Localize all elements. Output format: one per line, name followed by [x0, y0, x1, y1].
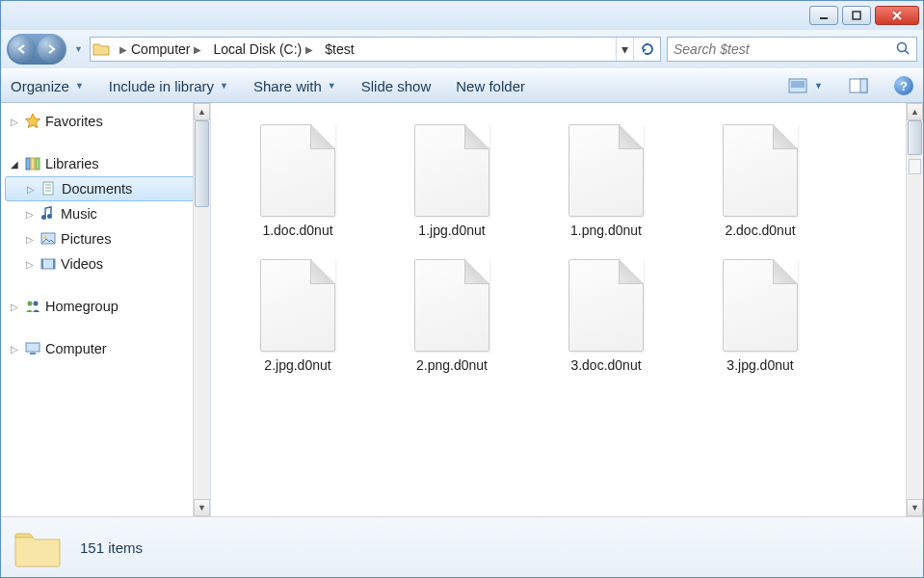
svg-rect-9: [36, 158, 40, 170]
address-bar[interactable]: ▶Computer▶ Local Disk (C:)▶ $test ▾: [90, 37, 661, 62]
new-folder-button[interactable]: New folder: [456, 78, 525, 94]
expand-icon[interactable]: ▷: [9, 302, 20, 312]
documents-icon: [40, 180, 58, 197]
file-icon: [568, 259, 644, 352]
sidebar-scrollbar[interactable]: ▲ ▼: [193, 103, 210, 516]
scroll-up-button[interactable]: ▲: [907, 103, 923, 120]
window-titlebar: [1, 1, 923, 30]
scroll-up-button[interactable]: ▲: [194, 103, 210, 120]
expand-icon[interactable]: ▷: [25, 184, 37, 195]
file-content-area: 1.doc.d0nut1.jpg.d0nut1.png.d0nut2.doc.d…: [211, 103, 923, 516]
file-item[interactable]: 2.doc.d0nut: [693, 118, 828, 244]
refresh-button[interactable]: [633, 38, 660, 61]
file-label: 3.doc.d0nut: [570, 357, 641, 373]
sidebar-item-documents[interactable]: ▷ Documents: [5, 176, 206, 201]
svg-rect-4: [791, 81, 805, 88]
address-dropdown[interactable]: ▾: [616, 38, 633, 61]
svg-rect-20: [26, 343, 40, 352]
nav-history-dropdown[interactable]: ▼: [72, 44, 84, 54]
file-item[interactable]: 2.png.d0nut: [384, 253, 519, 379]
libraries-icon: [24, 155, 41, 172]
scroll-down-button[interactable]: ▼: [907, 499, 923, 516]
file-icon: [414, 259, 489, 352]
sidebar-item-computer[interactable]: ▷ Computer: [1, 336, 210, 361]
expand-icon[interactable]: ▷: [24, 234, 36, 245]
scroll-down-button[interactable]: ▼: [194, 499, 210, 516]
breadcrumb-segment[interactable]: $test: [321, 38, 357, 61]
folder-icon: [92, 40, 110, 58]
sidebar-item-music[interactable]: ▷ Music: [1, 201, 210, 226]
navigation-row: ▼ ▶Computer▶ Local Disk (C:)▶ $test ▾: [1, 30, 923, 68]
folder-icon: [13, 526, 63, 568]
organize-menu[interactable]: Organize▼: [11, 78, 84, 94]
sidebar-item-pictures[interactable]: ▷ Pictures: [1, 226, 210, 251]
svg-rect-6: [860, 79, 867, 92]
minimize-button[interactable]: [809, 6, 838, 25]
expand-icon[interactable]: ▷: [24, 259, 36, 270]
svg-point-19: [34, 302, 39, 306]
search-box[interactable]: [667, 37, 917, 62]
search-input[interactable]: [673, 41, 895, 57]
expand-icon[interactable]: ▷: [24, 209, 36, 220]
slideshow-button[interactable]: Slide show: [361, 78, 432, 94]
sidebar-label: Videos: [61, 256, 103, 272]
help-button[interactable]: ?: [894, 76, 913, 95]
file-label: 2.jpg.d0nut: [264, 357, 330, 373]
sidebar-label: Computer: [45, 341, 107, 356]
item-count: 151 items: [80, 539, 143, 556]
scroll-thumb[interactable]: [908, 120, 922, 155]
preview-pane-button[interactable]: [848, 75, 869, 96]
svg-rect-21: [30, 353, 36, 355]
file-icon: [723, 124, 798, 217]
change-view-button[interactable]: ▼: [787, 75, 823, 96]
svg-point-18: [28, 302, 33, 306]
star-icon: [24, 113, 41, 130]
breadcrumb-label: $test: [325, 41, 354, 57]
sidebar-label: Documents: [62, 181, 132, 197]
file-label: 1.png.d0nut: [570, 223, 642, 238]
file-item[interactable]: 3.jpg.d0nut: [693, 253, 828, 379]
sidebar-label: Libraries: [45, 156, 99, 171]
sidebar-item-libraries[interactable]: ◢ Libraries: [1, 151, 210, 176]
file-icon: [723, 259, 798, 352]
breadcrumb-segment[interactable]: ▶Computer▶: [112, 38, 209, 61]
search-icon: [895, 40, 911, 59]
collapse-icon[interactable]: ◢: [9, 159, 20, 170]
share-with-menu[interactable]: Share with▼: [253, 78, 336, 94]
maximize-button[interactable]: [842, 6, 871, 25]
expand-icon[interactable]: ▷: [9, 117, 20, 127]
svg-rect-15: [41, 259, 55, 269]
sidebar-label: Homegroup: [45, 299, 119, 314]
forward-button[interactable]: [38, 36, 65, 63]
file-item[interactable]: 3.doc.d0nut: [539, 253, 673, 379]
toolbar-label: New folder: [456, 78, 525, 94]
svg-point-11: [41, 215, 46, 220]
navigation-pane: ▷ Favorites ◢ Libraries ▷ Documents ▷ Mu…: [1, 103, 211, 516]
file-label: 1.doc.d0nut: [262, 223, 332, 238]
expand-icon[interactable]: ▷: [9, 344, 20, 355]
file-label: 3.jpg.d0nut: [726, 357, 793, 373]
content-scrollbar[interactable]: ▲ ▼: [906, 103, 923, 516]
breadcrumb-segment[interactable]: Local Disk (C:)▶: [209, 38, 321, 61]
toolbar-label: Organize: [11, 78, 69, 94]
file-item[interactable]: 2.jpg.d0nut: [230, 253, 365, 379]
include-in-library-menu[interactable]: Include in library▼: [109, 78, 228, 94]
file-label: 2.png.d0nut: [416, 357, 488, 373]
toolbar-label: Slide show: [361, 78, 432, 94]
sidebar-label: Pictures: [61, 231, 111, 247]
breadcrumb-label: Computer: [131, 41, 190, 57]
sidebar-item-homegroup[interactable]: ▷ Homegroup: [1, 294, 210, 319]
sidebar-item-videos[interactable]: ▷ Videos: [1, 251, 210, 276]
scroll-marker: [909, 159, 921, 174]
sidebar-label: Favorites: [45, 114, 103, 129]
music-icon: [40, 205, 57, 223]
scroll-thumb[interactable]: [195, 120, 209, 207]
svg-point-14: [44, 236, 47, 239]
sidebar-item-favorites[interactable]: ▷ Favorites: [1, 109, 210, 134]
file-item[interactable]: 1.png.d0nut: [539, 118, 673, 244]
close-button[interactable]: [875, 6, 919, 25]
back-button[interactable]: [9, 36, 36, 63]
svg-rect-8: [31, 158, 35, 170]
file-item[interactable]: 1.jpg.d0nut: [384, 118, 519, 244]
file-item[interactable]: 1.doc.d0nut: [230, 118, 365, 244]
